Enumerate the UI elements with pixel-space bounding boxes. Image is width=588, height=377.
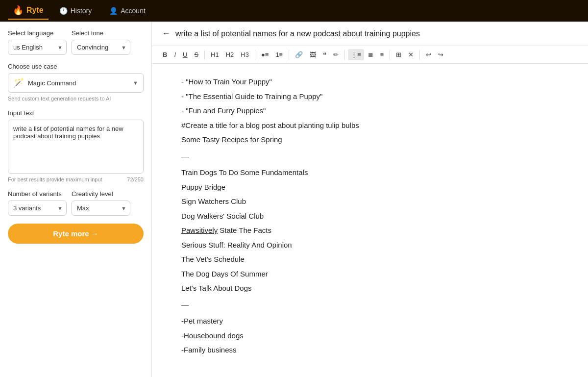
use-case-select[interactable]: 🪄 Magic Command ▼ [8,73,144,93]
brand-logo[interactable]: 🔥 Ryte [8,2,49,20]
language-select[interactable]: us English uk English German French Span… [8,40,67,55]
input-text-group: Input text write a list of potential nam… [8,109,144,182]
ryte-more-label: Ryte more → [53,229,98,238]
creativity-select-wrapper: Low Medium High Max ▼ [72,201,130,216]
content-line: -Family business [181,344,559,356]
content-line: - "The Essential Guide to Training a Pup… [181,90,559,103]
redo-button[interactable]: ↪ [435,49,446,60]
use-case-group: Choose use case 🪄 Magic Command ▼ Send c… [8,63,144,101]
bullet-list-button[interactable]: ●≡ [258,49,271,60]
use-case-chevron-icon: ▼ [133,80,138,86]
content-line: Puppy Bridge [181,181,559,194]
content-line: Sign Watchers Club [181,195,559,208]
use-case-hint: Send custom text generation requests to … [8,96,144,101]
align-center-button[interactable]: ≣ [365,49,376,60]
content-line: -Pet mastery [181,315,559,327]
language-tone-row: Select language us English uk English Ge… [8,29,144,55]
creativity-label: Creativity level [72,190,130,198]
variants-group: Number of variants 1 variant 2 variants … [8,190,67,216]
align-right-button[interactable]: ≡ [377,49,387,60]
toolbar-divider-6 [419,50,420,60]
toolbar-divider-5 [390,50,390,60]
content-line: -Housebound dogs [181,329,559,342]
link-button[interactable]: 🔗 [292,49,306,60]
pawsitively-link[interactable]: Pawsitively [181,226,218,234]
highlight-button[interactable]: ✏ [330,49,342,60]
editor-title: write a list of potential names for a ne… [175,29,578,38]
h2-button[interactable]: H2 [223,49,237,60]
input-text-label: Input text [8,109,144,117]
content-line: - "Fun and Furry Puppies" [181,104,559,117]
editor-panel: ← write a list of potential names for a … [152,22,588,377]
underline-button[interactable]: U [180,49,190,60]
top-nav: 🔥 Ryte 🕐 History 👤 Account [0,0,588,22]
input-textarea[interactable]: write a list of potential names for a ne… [8,120,144,174]
nav-history[interactable]: 🕐 History [52,4,99,18]
sidebar: Select language us English uk English Ge… [0,22,152,377]
magic-command-icon: 🪄 [13,77,24,88]
use-case-label: Choose use case [8,63,144,70]
creativity-group: Creativity level Low Medium High Max ▼ [72,190,130,216]
variants-creativity-row: Number of variants 1 variant 2 variants … [8,190,144,216]
tone-select-wrapper: Convincing Formal Casual Friendly ▼ [72,40,130,55]
variants-select-wrapper: 1 variant 2 variants 3 variants 4 varian… [8,201,67,216]
table-button[interactable]: ⊞ [393,49,404,60]
toolbar-divider-3 [289,50,289,60]
textarea-footer: For best results provide maximum input 7… [8,176,144,182]
bold-button[interactable]: B [160,49,170,60]
variants-select[interactable]: 1 variant 2 variants 3 variants 4 varian… [8,201,67,216]
image-button[interactable]: 🖼 [307,49,319,60]
use-case-value: Magic Command [28,79,129,87]
main-layout: Select language us English uk English Ge… [0,22,588,377]
language-group: Select language us English uk English Ge… [8,29,67,55]
content-line: - "How to Train Your Puppy" [181,75,559,88]
editor-header: ← write a list of potential names for a … [152,22,588,46]
strikethrough-button[interactable]: S [191,49,201,60]
h1-button[interactable]: H1 [208,49,222,60]
content-line: The Dog Days Of Summer [181,268,559,280]
language-label: Select language [8,29,67,37]
back-arrow-icon[interactable]: ← [162,28,171,39]
quote-button[interactable]: ❝ [320,49,329,60]
tone-label: Select tone [72,29,130,37]
variants-label: Number of variants [8,190,67,198]
content-separator: — [181,150,559,163]
content-line: Serious Stuff: Reality And Opinion [181,239,559,251]
creativity-select[interactable]: Low Medium High Max [72,201,130,216]
nav-history-label: History [71,7,92,15]
content-line: Some Tasty Recipes for Spring [181,133,559,146]
tone-select[interactable]: Convincing Formal Casual Friendly [72,40,130,55]
toolbar-divider-4 [344,50,345,60]
content-line: #Create a title for a blog post about pl… [181,119,559,132]
toolbar-divider-1 [204,50,205,60]
language-select-wrapper: us English uk English German French Span… [8,40,67,55]
content-line: Dog Walkers' Social Club [181,210,559,223]
content-line: Pawsitively State The Facts [181,224,559,237]
undo-button[interactable]: ↩ [423,49,434,60]
char-count: 72/250 [127,176,144,182]
align-left-button[interactable]: ⋮≡ [348,49,364,60]
nav-account[interactable]: 👤 Account [102,4,152,18]
account-icon: 👤 [109,7,118,15]
editor-content[interactable]: - "How to Train Your Puppy" - "The Essen… [152,64,588,377]
content-line: The Vet's Schedule [181,253,559,266]
input-hint: For best results provide maximum input [8,176,102,182]
nav-account-label: Account [121,7,146,15]
history-icon: 🕐 [59,7,68,15]
clear-format-button[interactable]: ✕ [405,49,416,60]
editor-toolbar: B I U S H1 H2 H3 ●≡ 1≡ 🔗 🖼 ❝ ✏ ⋮≡ ≣ ≡ ⊞ … [152,46,588,64]
content-line: Train Dogs To Do Some Fundamentals [181,166,559,179]
flame-icon: 🔥 [13,5,24,16]
content-line: Let's Talk About Dogs [181,282,559,295]
italic-button[interactable]: I [171,49,179,60]
content-separator: — [181,299,559,311]
ordered-list-button[interactable]: 1≡ [272,49,286,60]
toolbar-divider-2 [255,50,255,60]
h3-button[interactable]: H3 [238,49,252,60]
ryte-more-button[interactable]: Ryte more → [8,224,144,244]
tone-group: Select tone Convincing Formal Casual Fri… [72,29,130,55]
brand-name: Ryte [26,6,44,15]
